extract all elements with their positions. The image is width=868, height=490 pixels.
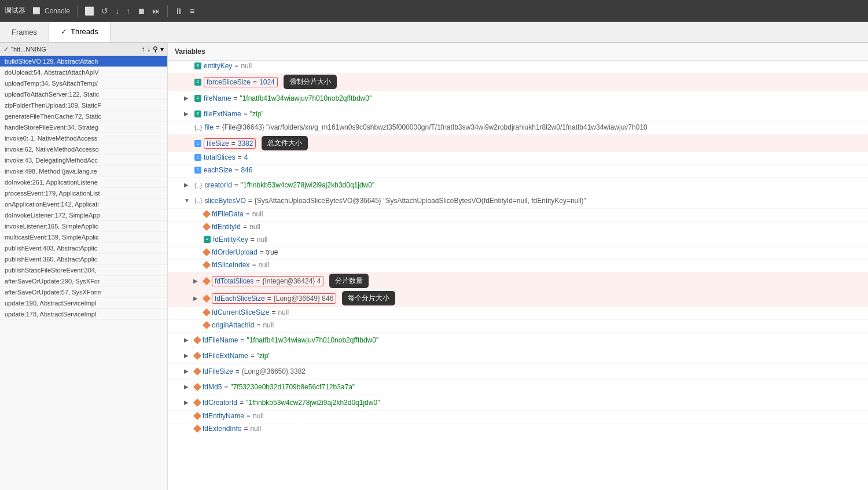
pause-icon[interactable]: ⏸: [175, 6, 183, 16]
frame-icon[interactable]: ⬜: [84, 6, 94, 16]
toolbar-sep-1: [77, 5, 78, 17]
stack-frame-3[interactable]: uploadToAttachServer:122, Static: [0, 89, 167, 100]
val-sliceBytesVO: {SysAttachUploadSliceBytesVO@36645} "Sys…: [255, 197, 586, 205]
filter-icon[interactable]: ⚲: [153, 45, 158, 53]
var-row-fdSliceIndex: fdSliceIndex = null: [168, 260, 868, 272]
stack-frame-9[interactable]: invoke:43, DelegatingMethodAcc: [0, 155, 167, 166]
stack-frame-14[interactable]: doInvokeListener:172, SimpleApp: [0, 210, 167, 221]
val-eachSize: 846: [241, 166, 252, 174]
icon-fileName: ≡: [194, 95, 201, 102]
var-row-fileSize: 1 fileSize = 3382 总文件大小: [168, 135, 868, 152]
stack-frame-21[interactable]: afterSaveOrUpdate:57, SysXForm: [0, 287, 167, 298]
stack-frame-20[interactable]: afterSaveOrUpdate:290, SysXFor: [0, 276, 167, 287]
icon-entityKey: ≡: [194, 62, 201, 69]
stack-frame-5[interactable]: generateFileThenCache:72, Static: [0, 111, 167, 122]
val-fdCreatorId: "1fhnbkb53w4cw278jwi2i9aj2kh3d0q1jdw0": [246, 399, 380, 407]
debugger-tab[interactable]: 调试器: [5, 6, 25, 16]
icon-creatorId: {..}: [194, 182, 202, 189]
tab-threads-label: Threads: [71, 27, 98, 36]
key-entityKey: entityKey: [204, 62, 232, 70]
icon-fdEachSliceSize: [203, 294, 211, 302]
icon-originAttachId: [203, 321, 211, 329]
filter-down-icon[interactable]: ↓: [147, 45, 150, 53]
key-fdFileName: fdFileName: [203, 336, 238, 344]
stack-frame-22[interactable]: update:190, AbstractServiceImpl: [0, 298, 167, 309]
stack-frame-8[interactable]: invoke:62, NativeMethodAccesso: [0, 144, 167, 155]
step-into-icon[interactable]: ↓: [115, 6, 119, 16]
stack-frame-4[interactable]: zipFolderThenUpload:109, StaticF: [0, 100, 167, 111]
val-entityKey: null: [241, 62, 252, 70]
val-fileName: "1fnatfb41w34wiawjuv7h010nob2qfftbdw0": [240, 94, 372, 102]
right-panel: Variables ≡ entityKey = null ≡ forceSlic…: [168, 43, 868, 490]
stack-frame-0[interactable]: buildSliceVO:129, AbstractAttach: [0, 56, 167, 67]
console-tab[interactable]: ⬜ Console: [32, 7, 70, 15]
toggle-fileExtName[interactable]: ▶: [184, 108, 192, 120]
val-fdEntityId: null: [249, 223, 260, 231]
toggle-fdEachSliceSize[interactable]: ▶: [193, 292, 201, 305]
var-row-fdEntityId: fdEntityId = null: [168, 222, 868, 234]
var-row-sliceBytesVO: ▼ {..} sliceBytesVO = {SysAttachUploadSl…: [168, 193, 868, 209]
key-fdFileSize: fdFileSize: [203, 367, 233, 375]
stack-frame-17[interactable]: publishEvent:403, AbstractApplic: [0, 243, 167, 254]
toggle-fdFileExtName[interactable]: ▶: [184, 349, 192, 362]
debugger-label: 调试器: [5, 6, 25, 16]
stack-frame-2[interactable]: uploadTemp:34, SysAttachTemp/: [0, 78, 167, 89]
toggle-fdFileSize[interactable]: ▶: [184, 365, 192, 378]
var-row-fdEntityKey: ≡ fdEntityKey = null: [168, 234, 868, 247]
key-fdTotalSlices: fdTotalSlices: [215, 277, 253, 285]
var-row-eachSize: 1 eachSize = 846: [168, 165, 868, 178]
filter-toggle-icon[interactable]: ▾: [160, 45, 164, 53]
stack-frame-7[interactable]: invoke0:-1, NativeMethodAccess: [0, 133, 167, 144]
var-row-fdFileExtName: ▶ fdFileExtName = "zip": [168, 348, 868, 364]
main-layout: ✓ "htt...NNING ↑ ↓ ⚲ ▾ buildSliceVO:129,…: [0, 43, 868, 490]
icon-sliceBytesVO: {..}: [194, 197, 202, 204]
stack-frame-15[interactable]: invokeListener:165, SimpleApplic: [0, 221, 167, 232]
toggle-fdCreatorId[interactable]: ▶: [184, 396, 192, 409]
stack-frame-23[interactable]: update:178, AbstractServiceImpl: [0, 309, 167, 320]
filter-up-icon[interactable]: ↑: [141, 45, 145, 53]
toggle-fileName[interactable]: ▶: [184, 92, 192, 105]
stack-frame-12[interactable]: processEvent:179, ApplicationList: [0, 188, 167, 199]
val-fileSize: 3382: [238, 139, 253, 148]
icon-eachSize: 1: [194, 167, 201, 174]
forceSliceSize-outlined: forceSliceSize = 1024: [204, 77, 278, 87]
toggle-fdFileName[interactable]: ▶: [184, 334, 192, 347]
tab-threads[interactable]: ✓ Threads: [49, 22, 111, 42]
toggle-fdMd5[interactable]: ▶: [184, 381, 192, 393]
stack-frame-18[interactable]: publishEvent:360, AbstractApplic: [0, 254, 167, 265]
toggle-sliceBytesVO[interactable]: ▼: [184, 194, 192, 207]
step-out-icon[interactable]: ↑: [126, 6, 130, 16]
icon-fdOrderUpload: [203, 248, 211, 256]
tab-frames[interactable]: Frames: [0, 22, 49, 42]
toggle-fdTotalSlices[interactable]: ▶: [193, 275, 201, 288]
key-file: file: [204, 123, 213, 131]
key-fileExtName: fileExtName: [204, 110, 241, 118]
key-fdSliceIndex: fdSliceIndex: [212, 261, 249, 269]
stack-frame-19[interactable]: publishStaticFileStoreEvent:304,: [0, 265, 167, 276]
var-row-fileExtName: ▶ ≡ fileExtName = "zip": [168, 106, 868, 122]
variables-header: Variables: [168, 43, 868, 61]
icon-fdCurrentSliceSize: [203, 308, 211, 316]
stack-frame-11[interactable]: doInvoke:261, ApplicationListene: [0, 177, 167, 188]
tab-threads-check: ✓: [61, 27, 67, 36]
key-fdFileExtName: fdFileExtName: [203, 352, 248, 360]
val-file: {File@36643} "/var/folders/xn/g_m161wn0s…: [222, 123, 648, 131]
stack-frame-10[interactable]: invoke:498, Method (java.lang.re: [0, 166, 167, 177]
threads-icon[interactable]: ≡: [190, 6, 194, 16]
var-row-totalSlices: 1 totalSlices = 4: [168, 152, 868, 165]
val-originAttachId: null: [263, 321, 274, 329]
skip-icon[interactable]: ⏭: [152, 6, 160, 16]
fileSize-outlined: fileSize = 3382: [204, 138, 256, 149]
var-row-originAttachId: originAttachId = null: [168, 320, 868, 333]
toggle-creatorId[interactable]: ▶: [184, 179, 192, 191]
key-fdEntityId: fdEntityId: [212, 223, 241, 231]
stack-frame-13[interactable]: onApplicationEvent:142, Applicati: [0, 199, 167, 210]
step-over-icon[interactable]: ↺: [101, 6, 108, 16]
icon-fdMd5: [193, 383, 201, 391]
resume-icon[interactable]: ⏹: [137, 6, 145, 16]
val-fdTotalSlices: {Integer@36424} 4: [262, 277, 321, 285]
stack-frame-6[interactable]: handleStoreFileEvent:34, Strateg: [0, 122, 167, 133]
stack-frame-1[interactable]: doUpload:54, AbstractAttachApiV: [0, 67, 167, 78]
stack-frame-16[interactable]: multicastEvent:139, SimpleApplic: [0, 232, 167, 243]
icon-fdFileName: [193, 336, 201, 344]
